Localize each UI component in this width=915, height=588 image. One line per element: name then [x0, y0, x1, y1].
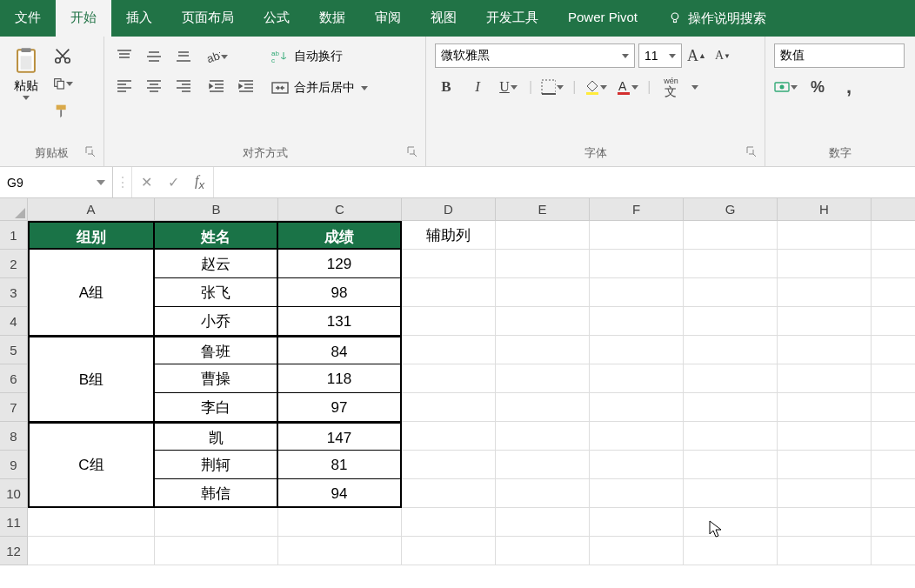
align-bottom-button[interactable]: [172, 47, 195, 66]
cell-B1[interactable]: 姓名: [155, 221, 278, 250]
row-header-7[interactable]: 7: [0, 393, 28, 422]
tab-developer[interactable]: 开发工具: [471, 0, 553, 37]
row-header-10[interactable]: 10: [0, 479, 28, 508]
cell-C7[interactable]: 97: [278, 393, 402, 422]
copy-button[interactable]: [52, 73, 73, 94]
row-header-12[interactable]: 12: [0, 537, 28, 565]
cell-H1[interactable]: [778, 221, 872, 250]
comma-button[interactable]: ,: [837, 77, 861, 97]
cell-C8[interactable]: 147: [278, 422, 402, 451]
cell-B5[interactable]: 鲁班: [155, 336, 278, 364]
font-launcher[interactable]: [745, 145, 758, 157]
tab-help-search[interactable]: 操作说明搜索: [652, 0, 781, 37]
align-middle-button[interactable]: [143, 47, 165, 66]
col-header-D[interactable]: D: [402, 198, 496, 221]
cell-B7[interactable]: 李白: [155, 393, 278, 422]
phonetic-dropdown[interactable]: [691, 85, 699, 90]
increase-font-button[interactable]: A▲: [685, 45, 708, 66]
increase-indent-button[interactable]: [235, 77, 257, 96]
cut-button[interactable]: [52, 45, 73, 66]
merge-center-button[interactable]: 合并后居中: [268, 78, 372, 97]
borders-button[interactable]: [541, 77, 564, 97]
tab-formulas[interactable]: 公式: [249, 0, 304, 37]
row-header-8[interactable]: 8: [0, 422, 28, 451]
cell-B10[interactable]: 韩信: [155, 479, 278, 508]
col-header-end[interactable]: [872, 198, 915, 221]
cell-A2-merged[interactable]: A组: [28, 250, 155, 336]
row-header-2[interactable]: 2: [0, 250, 28, 278]
cell-F1[interactable]: [590, 221, 684, 250]
cell-I1[interactable]: [872, 221, 915, 250]
percent-button[interactable]: %: [805, 77, 830, 97]
tab-file[interactable]: 文件: [0, 0, 56, 37]
tab-view[interactable]: 视图: [416, 0, 471, 37]
cell-C10[interactable]: 94: [278, 479, 402, 508]
col-header-B[interactable]: B: [155, 198, 278, 221]
cell-D1[interactable]: 辅助列: [402, 221, 496, 250]
format-painter-button[interactable]: [52, 101, 73, 122]
cell-C9[interactable]: 81: [278, 451, 402, 479]
align-right-button[interactable]: [172, 77, 195, 96]
number-format-select[interactable]: 数值▾: [774, 43, 905, 68]
row-header-6[interactable]: 6: [0, 364, 28, 393]
cell-C4[interactable]: 131: [278, 307, 402, 336]
font-size-select[interactable]: 11: [638, 43, 682, 68]
col-header-G[interactable]: G: [684, 198, 778, 221]
underline-button[interactable]: U: [498, 77, 520, 97]
cell-C2[interactable]: 129: [278, 250, 402, 278]
align-center-button[interactable]: [143, 77, 165, 96]
cancel-formula-button[interactable]: ✕: [141, 174, 152, 190]
cell-C3[interactable]: 98: [278, 278, 402, 307]
cell-C1[interactable]: 成绩: [278, 221, 402, 250]
fill-color-button[interactable]: [584, 77, 607, 97]
cell-A5-merged[interactable]: B组: [28, 336, 155, 422]
cell-C5[interactable]: 84: [278, 336, 402, 364]
row-header-1[interactable]: 1: [0, 221, 28, 250]
decrease-indent-button[interactable]: [205, 77, 228, 96]
cell-B2[interactable]: 赵云: [155, 250, 278, 278]
tab-data[interactable]: 数据: [304, 0, 360, 37]
cell-B6[interactable]: 曹操: [155, 364, 278, 393]
wrap-text-button[interactable]: abc 自动换行: [268, 47, 372, 66]
row-header-5[interactable]: 5: [0, 336, 28, 364]
col-header-E[interactable]: E: [496, 198, 590, 221]
font-color-button[interactable]: A: [616, 77, 638, 97]
name-box[interactable]: G9: [0, 167, 113, 197]
align-top-button[interactable]: [113, 47, 136, 66]
cell-grid[interactable]: A B C D E F G H 1 组别 姓名 成绩 辅助列 2 A组 赵云 1…: [0, 198, 915, 565]
row-header-9[interactable]: 9: [0, 451, 28, 479]
cell-B9[interactable]: 荆轲: [155, 451, 278, 479]
tab-powerpivot[interactable]: Power Pivot: [553, 0, 652, 37]
tab-review[interactable]: 审阅: [360, 0, 416, 37]
cell-A8-merged[interactable]: C组: [28, 422, 155, 508]
tab-pagelayout[interactable]: 页面布局: [167, 0, 249, 37]
formula-input[interactable]: [214, 167, 915, 197]
row-header-4[interactable]: 4: [0, 307, 28, 336]
cell-A1[interactable]: 组别: [28, 221, 155, 250]
cell-G1[interactable]: [684, 221, 778, 250]
bold-button[interactable]: B: [435, 77, 458, 97]
paste-button[interactable]: [10, 45, 42, 77]
insert-function-button[interactable]: fx: [195, 173, 204, 191]
cell-C6[interactable]: 118: [278, 364, 402, 393]
tab-home[interactable]: 开始: [56, 0, 111, 37]
phonetic-button[interactable]: wén文: [659, 77, 682, 97]
enter-formula-button[interactable]: ✓: [168, 174, 179, 190]
orientation-button[interactable]: ab: [205, 47, 228, 66]
italic-button[interactable]: I: [466, 77, 489, 97]
col-header-C[interactable]: C: [278, 198, 402, 221]
row-header-3[interactable]: 3: [0, 278, 28, 307]
alignment-launcher[interactable]: [406, 145, 418, 157]
cell-D2[interactable]: [402, 250, 496, 278]
cell-B8[interactable]: 凯: [155, 422, 278, 451]
currency-button[interactable]: [774, 77, 798, 97]
row-header-11[interactable]: 11: [0, 508, 28, 537]
font-name-select[interactable]: 微软雅黑: [435, 43, 635, 68]
align-left-button[interactable]: [113, 77, 136, 96]
paste-dropdown[interactable]: [22, 96, 30, 100]
col-header-A[interactable]: A: [28, 198, 155, 221]
col-header-H[interactable]: H: [778, 198, 872, 221]
cell-B4[interactable]: 小乔: [155, 307, 278, 336]
tab-insert[interactable]: 插入: [111, 0, 167, 37]
cell-B3[interactable]: 张飞: [155, 278, 278, 307]
